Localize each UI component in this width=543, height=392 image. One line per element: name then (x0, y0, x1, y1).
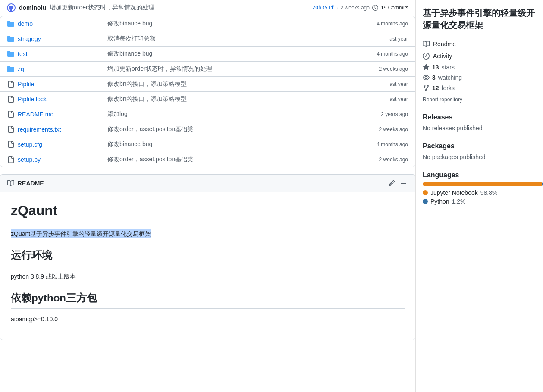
file-name[interactable]: test (18, 50, 104, 57)
readme-section: README zQaunt (0, 174, 415, 340)
repo-header: dominolu 增加更新order状态时，异常情况的处理 20b351f · … (0, 0, 415, 16)
readme-h3: 依赖python三方包 (11, 291, 405, 309)
sidebar-divider-2 (423, 137, 543, 137)
watching-count: 3 (432, 74, 436, 81)
commit-hash[interactable]: 20b351f (312, 5, 334, 11)
file-commit-msg: 增加更新order状态时，异常情况的处理 (107, 65, 348, 73)
readme-actions (387, 179, 408, 188)
star-icon (423, 64, 430, 71)
readme-para1: python 3.8.9 或以上版本 (11, 273, 405, 281)
sidebar-divider-3 (423, 166, 543, 166)
file-commit-msg: 修改order，asset,positon基础类 (107, 125, 348, 133)
file-time: 2 weeks ago (352, 126, 408, 132)
file-time: 2 weeks ago (352, 66, 408, 72)
jupyter-name: Jupyter Notebook (430, 189, 478, 196)
file-name[interactable]: stragegy (18, 35, 104, 42)
book-icon (423, 41, 430, 47)
languages-title: Languages (423, 171, 543, 179)
file-name[interactable]: setup.cfg (18, 141, 104, 148)
repo-header-left: dominolu 增加更新order状态时，异常情况的处理 (7, 3, 309, 12)
repo-commit-message: 增加更新order状态时，异常情况的处理 (50, 4, 154, 12)
readme-title-text: README (18, 180, 44, 187)
python-bar (542, 182, 543, 186)
file-name[interactable]: README.md (18, 111, 104, 118)
releases-title: Releases (423, 113, 543, 121)
jupyter-dot (423, 190, 428, 195)
folder-icon (7, 20, 14, 27)
forks-count: 12 (432, 85, 439, 91)
readme-list-button[interactable] (399, 179, 408, 188)
file-commit-msg: 添加log (107, 110, 348, 118)
sidebar-watching[interactable]: 3 watching (423, 72, 543, 83)
file-row: setup.cfg 修改binance bug 4 months ago (0, 137, 415, 152)
file-commit-msg: 修改binance bug (107, 20, 348, 28)
file-icon (7, 141, 14, 148)
file-icon (7, 156, 14, 163)
file-row: Pipfile 修改bn的接口，添加策略模型 last year (0, 77, 415, 92)
file-row: stragegy 取消每次打印总额 last year (0, 31, 415, 47)
avatar (7, 3, 16, 12)
file-time: 2 weeks ago (352, 157, 408, 163)
forks-label: forks (442, 85, 455, 91)
sidebar-stars[interactable]: 13 stars (423, 62, 543, 72)
eye-icon (423, 74, 430, 81)
repo-commit-info: 20b351f · 2 weeks ago 19 Commits (312, 5, 408, 11)
watching-label: watching (438, 74, 462, 81)
jupyter-pct: 98.8% (480, 189, 498, 196)
sidebar-forks[interactable]: 12 forks (423, 83, 543, 93)
report-repository-link[interactable]: Report repository (423, 97, 543, 103)
file-name[interactable]: Pipfile.lock (18, 96, 104, 103)
folder-icon (7, 50, 14, 57)
file-name[interactable]: Pipfile (18, 81, 104, 88)
file-time: last year (352, 81, 408, 87)
folder-icon (7, 66, 14, 72)
activity-icon (423, 53, 430, 60)
readme-h2: 运行环境 (11, 248, 405, 266)
languages-bar (423, 182, 543, 186)
repo-owner[interactable]: dominolu (19, 4, 46, 11)
file-row: test 修改binance bug 4 months ago (0, 47, 415, 62)
file-row: requirements.txt 修改order，asset,positon基础… (0, 122, 415, 137)
python-name: Python (430, 198, 449, 205)
file-row: zq 增加更新order状态时，异常情况的处理 2 weeks ago (0, 62, 415, 77)
readme-edit-button[interactable] (387, 179, 396, 188)
readme-title: README (7, 180, 44, 187)
readme-highlight: zQuant基于异步事件引擎的轻量级开源量化交易框架 (11, 229, 151, 238)
file-row: setup.py 修改order，asset,positon基础类 2 week… (0, 152, 415, 167)
sidebar-readme-label: Readme (433, 41, 456, 47)
python-pct: 1.2% (452, 198, 466, 205)
stars-label: stars (442, 64, 455, 71)
folder-icon (7, 35, 14, 42)
file-time: 4 months ago (352, 51, 408, 57)
sidebar: 基于异步事件引擎的轻量级开源量化交易框架 Readme Activity 13 … (415, 0, 543, 392)
file-time: last year (352, 36, 408, 42)
clock-icon (372, 5, 378, 11)
languages-list: Jupyter Notebook 98.8% Python 1.2% (423, 189, 543, 205)
fork-icon (423, 85, 430, 91)
sidebar-item-readme[interactable]: Readme (423, 38, 543, 50)
readme-header: README (0, 175, 415, 192)
file-name[interactable]: setup.py (18, 156, 104, 163)
commits-count[interactable]: 19 Commits (381, 5, 408, 11)
commit-separator: · (336, 5, 338, 11)
file-name[interactable]: demo (18, 20, 104, 27)
lang-item-python: Python 1.2% (423, 198, 543, 205)
file-time: last year (352, 96, 408, 102)
sidebar-item-activity[interactable]: Activity (423, 50, 543, 62)
file-name[interactable]: zq (18, 66, 104, 72)
file-name[interactable]: requirements.txt (18, 126, 104, 133)
stars-count: 13 (432, 64, 439, 71)
packages-title: Packages (423, 142, 543, 150)
file-time: 4 months ago (352, 21, 408, 27)
python-dot (423, 199, 428, 204)
sidebar-divider-1 (423, 108, 543, 108)
sidebar-title: 基于异步事件引擎的轻量级开源量化交易框架 (423, 7, 543, 31)
jupyter-bar (423, 182, 542, 186)
file-icon (7, 96, 14, 103)
file-commit-msg: 取消每次打印总额 (107, 35, 348, 43)
file-icon (7, 81, 14, 88)
file-row: Pipfile.lock 修改bn的接口，添加策略模型 last year (0, 92, 415, 107)
no-packages-text: No packages published (423, 154, 543, 160)
file-table: demo 修改binance bug 4 months ago stragegy… (0, 16, 415, 167)
readme-para2: aioamqp>=0.10.0 (11, 316, 405, 323)
